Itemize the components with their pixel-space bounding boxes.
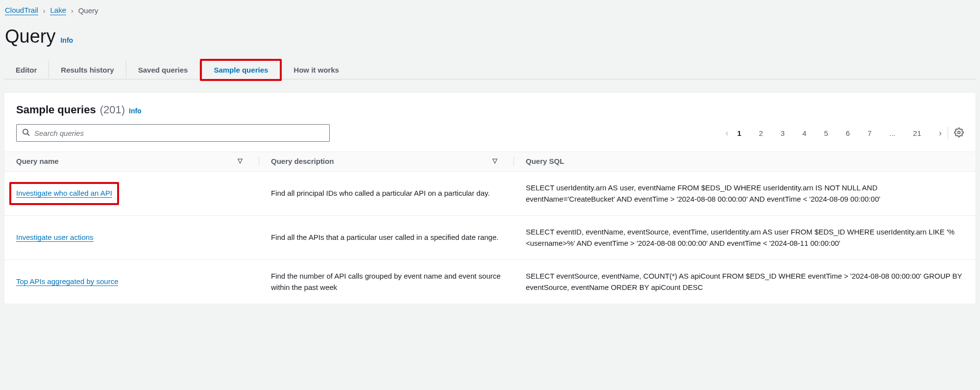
page-number[interactable]: 2: [759, 129, 763, 137]
page-number[interactable]: 6: [846, 129, 850, 137]
info-link[interactable]: Info: [60, 36, 73, 44]
search-container: [16, 124, 330, 142]
chevron-right-icon: ›: [43, 7, 46, 15]
filter-icon[interactable]: ▽: [492, 157, 497, 164]
col-query-description-label: Query description: [271, 157, 334, 165]
page-number[interactable]: 4: [802, 129, 806, 137]
query-description: Find all principal IDs who called a part…: [259, 172, 514, 216]
query-sql: SELECT eventSource, eventName, COUNT(*) …: [514, 260, 976, 304]
sample-queries-panel: Sample queries (201) Info ‹ 1234567...21: [4, 92, 976, 304]
query-table: Query name ▽ Query description ▽ Query S…: [4, 152, 976, 304]
page-number[interactable]: 3: [781, 129, 784, 137]
breadcrumb: CloudTrail › Lake › Query: [4, 5, 976, 15]
query-sql: SELECT eventID, eventName, eventSource, …: [514, 216, 976, 260]
page-prev-button[interactable]: ‹: [725, 128, 728, 138]
tab-sample-queries[interactable]: Sample queries: [200, 59, 282, 81]
page-title: Query: [5, 26, 55, 47]
panel-title: Sample queries: [16, 104, 96, 116]
tab-how-it-works[interactable]: How it works: [282, 61, 351, 79]
tabs: Editor Results history Saved queries Sam…: [4, 61, 976, 79]
breadcrumb-current: Query: [78, 6, 98, 15]
chevron-right-icon: ›: [71, 7, 74, 15]
breadcrumb-root[interactable]: CloudTrail: [5, 6, 38, 15]
query-name-link[interactable]: Investigate who called an API: [16, 189, 112, 198]
col-query-name[interactable]: Query name ▽: [4, 152, 259, 172]
pagination: ‹ 1234567...21 ›: [725, 128, 942, 138]
svg-point-0: [23, 130, 28, 134]
page-number[interactable]: 5: [824, 129, 828, 137]
filter-icon[interactable]: ▽: [238, 157, 243, 164]
query-name-link[interactable]: Top APIs aggregated by source: [16, 277, 118, 286]
page-number[interactable]: 1: [737, 129, 741, 137]
page-next-button[interactable]: ›: [939, 128, 942, 138]
panel-count: (201): [100, 104, 125, 116]
tab-editor[interactable]: Editor: [4, 61, 49, 79]
page-ellipsis: ...: [889, 129, 896, 137]
query-description: Find the number of API calls grouped by …: [259, 260, 514, 304]
table-row: Top APIs aggregated by sourceFind the nu…: [4, 260, 976, 304]
page-number[interactable]: 21: [913, 129, 921, 137]
gear-icon[interactable]: [954, 128, 964, 139]
tab-saved-queries[interactable]: Saved queries: [126, 61, 200, 79]
table-row: Investigate who called an APIFind all pr…: [4, 172, 976, 216]
search-input[interactable]: [16, 124, 330, 142]
col-query-name-label: Query name: [16, 157, 59, 165]
col-query-description[interactable]: Query description ▽: [259, 152, 514, 172]
col-query-sql: Query SQL: [514, 152, 976, 172]
breadcrumb-lake[interactable]: Lake: [50, 6, 66, 15]
query-name-link[interactable]: Investigate user actions: [16, 233, 94, 242]
col-query-sql-label: Query SQL: [526, 157, 564, 165]
query-sql: SELECT userIdentity.arn AS user, eventNa…: [514, 172, 976, 216]
svg-point-2: [958, 131, 960, 133]
separator: [948, 127, 948, 139]
panel-info-link[interactable]: Info: [129, 107, 142, 115]
search-icon: [22, 129, 30, 138]
query-description: Find all the APIs that a particular user…: [259, 216, 514, 260]
table-row: Investigate user actionsFind all the API…: [4, 216, 976, 260]
page-number[interactable]: 7: [867, 129, 871, 137]
tab-results-history[interactable]: Results history: [49, 61, 126, 79]
svg-line-1: [27, 134, 29, 136]
